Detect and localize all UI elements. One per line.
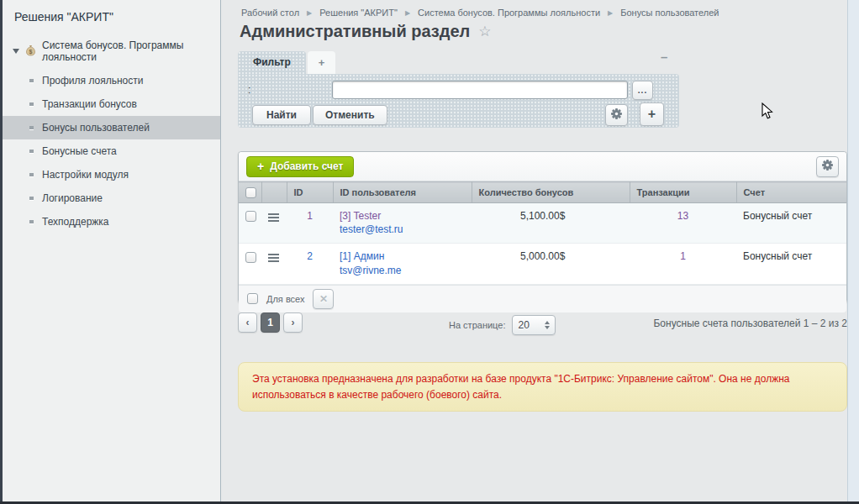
- account-value: Бонусный счет: [736, 244, 846, 285]
- bonus-accounts-grid: + Добавить счет ID ID пользователя Колич…: [238, 151, 847, 303]
- bonus-value: 5,100.00$: [472, 202, 630, 244]
- bullet-icon: [29, 150, 34, 154]
- row-id-link[interactable]: 2: [307, 250, 313, 262]
- gear-icon: [822, 160, 833, 173]
- add-account-label: Добавить счет: [270, 160, 343, 172]
- right-gutter: [847, 0, 859, 501]
- filter-tabs: Фильтр +: [238, 51, 335, 75]
- per-page-label: На странице:: [449, 320, 505, 330]
- page-title: Административный раздел ☆: [240, 22, 492, 41]
- column-header-bonus[interactable]: Количество бонусов: [472, 182, 630, 203]
- breadcrumb: Рабочий стол ▶ Решения "АКРИТ" ▶ Система…: [241, 8, 719, 18]
- user-email-link[interactable]: tsv@rivne.me: [340, 265, 402, 276]
- grid-settings-button[interactable]: [816, 156, 839, 177]
- column-header-user[interactable]: ID пользователя: [333, 182, 472, 203]
- favorite-star-icon[interactable]: ☆: [478, 23, 491, 40]
- plus-icon: +: [257, 160, 264, 173]
- sidebar-item-profiles[interactable]: Профиля лояльности: [3, 69, 220, 92]
- breadcrumb-separator-icon: ▶: [405, 9, 410, 17]
- filter-field-label: :: [248, 84, 250, 96]
- breadcrumb-separator-icon: ▶: [608, 9, 613, 17]
- accounts-table: ID ID пользователя Количество бонусов Тр…: [239, 181, 846, 285]
- breadcrumb-item-solutions[interactable]: Решения "АКРИТ": [319, 8, 398, 18]
- row-checkbox[interactable]: [245, 252, 256, 263]
- sidebar: Решения "АКРИТ" $ Система бонусов. Прогр…: [3, 0, 221, 501]
- chevron-down-icon: [13, 49, 19, 54]
- add-account-button[interactable]: + Добавить счет: [246, 156, 354, 177]
- add-filter-tab[interactable]: +: [308, 51, 336, 75]
- sidebar-parent-item[interactable]: $ Система бонусов. Программы лояльности: [3, 34, 220, 69]
- table-row: 2 [1] Админ tsv@rivne.me 5,000.00$ 1 Бон…: [239, 244, 846, 285]
- prev-page-button[interactable]: ‹: [238, 312, 257, 333]
- breadcrumb-item-desktop[interactable]: Рабочий стол: [241, 8, 299, 18]
- select-all-checkbox[interactable]: [245, 187, 256, 198]
- bullet-icon: [29, 126, 34, 130]
- transactions-link[interactable]: 1: [680, 250, 686, 262]
- select-all-cell: [239, 182, 261, 203]
- sidebar-item-label: Настройки модуля: [42, 169, 129, 181]
- find-button[interactable]: Найти: [252, 105, 311, 125]
- tab-filter[interactable]: Фильтр: [238, 51, 306, 75]
- sidebar-item-bonus-accounts[interactable]: Бонусные счета: [3, 139, 220, 163]
- column-header-id[interactable]: ID: [287, 182, 333, 203]
- sidebar-item-support[interactable]: Техподдержка: [3, 210, 220, 234]
- bullet-icon: [29, 102, 34, 107]
- breadcrumb-item-bonus-system[interactable]: Система бонусов. Программы лояльности: [418, 8, 600, 18]
- sidebar-item-transactions[interactable]: Транзакции бонусов: [3, 92, 220, 116]
- column-header-account[interactable]: Счет: [736, 182, 846, 203]
- bullet-icon: [29, 173, 34, 177]
- pagination: ‹ 1 ›: [238, 312, 303, 333]
- grid-footer: Для всех ✕: [239, 285, 846, 312]
- sidebar-item-label: Техподдержка: [42, 216, 109, 228]
- breadcrumb-item-user-bonuses[interactable]: Бонусы пользователей: [620, 8, 719, 18]
- mouse-cursor: [762, 102, 773, 123]
- for-all-label: Для всех: [266, 294, 304, 304]
- filter-more-button[interactable]: ...: [632, 81, 653, 100]
- page-title-text: Административный раздел: [240, 22, 470, 41]
- filter-plus-button[interactable]: +: [640, 102, 664, 126]
- menu-column-header: [261, 182, 287, 203]
- gear-icon: [611, 108, 622, 122]
- sidebar-item-logging[interactable]: Логирование: [3, 186, 220, 210]
- collapse-filter-button[interactable]: –: [661, 50, 667, 64]
- next-page-button[interactable]: ›: [283, 312, 303, 333]
- bullet-icon: [29, 197, 34, 201]
- user-ref-link[interactable]: [3] Tester: [340, 210, 381, 222]
- bonus-value: 5,000.00$: [472, 244, 630, 285]
- row-id-link[interactable]: 1: [307, 210, 313, 222]
- table-row: 1 [3] Tester tester@test.ru 5,100.00$ 13…: [239, 202, 846, 244]
- clear-selection-button[interactable]: ✕: [313, 289, 334, 309]
- sidebar-item-label: Транзакции бонусов: [42, 98, 137, 110]
- filter-input[interactable]: [332, 81, 628, 99]
- account-value: Бонусный счет: [736, 202, 846, 244]
- moneybag-icon: $: [24, 45, 37, 59]
- row-menu-icon[interactable]: [268, 254, 279, 262]
- page-1-button[interactable]: 1: [261, 312, 280, 333]
- bullet-icon: [29, 79, 34, 83]
- filter-panel: : ... Найти Отменить +: [238, 74, 679, 128]
- for-all-checkbox[interactable]: [247, 293, 258, 304]
- bullet-icon: [29, 220, 34, 224]
- table-header-row: ID ID пользователя Количество бонусов Тр…: [239, 182, 846, 203]
- breadcrumb-separator-icon: ▶: [307, 9, 312, 17]
- grid-toolbar: + Добавить счет: [239, 152, 846, 181]
- cancel-button[interactable]: Отменить: [313, 105, 387, 125]
- sidebar-item-label: Бонусные счета: [42, 145, 117, 157]
- sidebar-title: Решения "АКРИТ": [3, 0, 220, 34]
- sidebar-item-label: Профиля лояльности: [42, 75, 143, 87]
- row-menu-icon[interactable]: [268, 213, 279, 222]
- warning-banner: Эта установка предназначена для разработ…: [238, 362, 847, 412]
- sidebar-item-label: Бонусы пользователей: [42, 122, 150, 134]
- column-header-transactions[interactable]: Транзакции: [630, 182, 736, 203]
- sidebar-item-module-settings[interactable]: Настройки модуля: [3, 163, 220, 186]
- sidebar-parent-label: Система бонусов. Программы лояльности: [42, 39, 212, 63]
- user-ref-link[interactable]: [1] Админ: [340, 250, 384, 262]
- transactions-link[interactable]: 13: [677, 210, 688, 222]
- results-counter: Бонусные счета пользователей 1 – 2 из 2: [504, 318, 847, 329]
- row-checkbox[interactable]: [245, 211, 256, 222]
- user-email-link[interactable]: tester@test.ru: [340, 223, 403, 235]
- sidebar-item-user-bonuses[interactable]: Бонусы пользователей: [3, 116, 220, 139]
- filter-settings-button[interactable]: [605, 104, 628, 126]
- svg-text:$: $: [29, 49, 33, 55]
- sidebar-item-label: Логирование: [42, 192, 103, 204]
